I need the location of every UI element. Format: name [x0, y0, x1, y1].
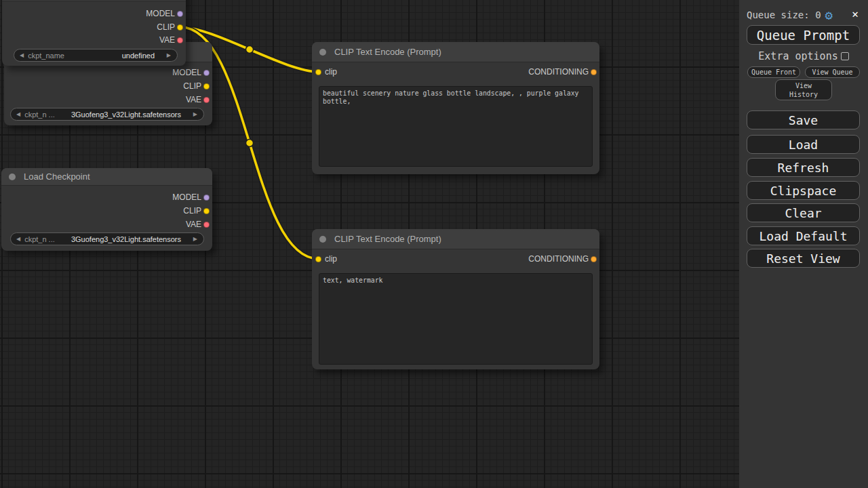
model-port-dot[interactable]	[177, 11, 183, 17]
port-label: VAE	[159, 35, 175, 45]
clip-text-encode-negative-node[interactable]: CLIP Text Encode (Prompt) clip CONDITION…	[312, 229, 599, 369]
combo-value: 3Guofeng3_v32Light.safetensors	[71, 235, 181, 243]
queue-prompt-button[interactable]: Queue Prompt	[747, 25, 860, 45]
combo-left-arrow-icon[interactable]: ◀	[20, 53, 24, 58]
output-port-vae: VAE	[186, 93, 212, 106]
port-label: MODEL	[172, 192, 201, 202]
node-title: Load Checkpoint	[24, 171, 90, 182]
model-port-dot[interactable]	[203, 70, 210, 76]
output-port-conditioning: CONDITIONING	[528, 252, 599, 266]
view-queue-button[interactable]: View Queue	[805, 66, 860, 78]
model-port-dot[interactable]	[203, 195, 210, 201]
clip-port-dot[interactable]	[177, 24, 183, 30]
reset-view-button[interactable]: Reset View	[747, 249, 860, 268]
link-midpoint-dot[interactable]	[246, 46, 254, 54]
ckpt-name-combo-widget[interactable]: ◀ ckpt_name undefined ▶	[14, 49, 178, 62]
clip-input-dot[interactable]	[315, 256, 321, 262]
combo-right-arrow-icon[interactable]: ▶	[193, 112, 197, 117]
node-title-bar[interactable]: CLIP Text Encode (Prompt)	[312, 42, 599, 62]
view-history-line2: History	[789, 90, 818, 99]
combo-left-arrow-icon[interactable]: ◀	[16, 237, 20, 242]
ckpt-name-combo-widget[interactable]: ◀ ckpt_n ... 3Guofeng3_v32Light.safetens…	[10, 108, 204, 121]
port-label: VAE	[186, 95, 201, 104]
clip-port-dot[interactable]	[203, 208, 210, 214]
port-label: CONDITIONING	[528, 254, 589, 264]
clipspace-button[interactable]: Clipspace	[747, 181, 860, 200]
settings-gear-icon[interactable]: ⚙	[825, 9, 833, 22]
queue-size-label: Queue size: 0	[747, 9, 821, 20]
output-port-conditioning: CONDITIONING	[528, 65, 599, 79]
port-label: clip	[325, 67, 337, 77]
vae-port-dot[interactable]	[203, 97, 210, 103]
combo-label: ckpt_name	[28, 52, 64, 60]
port-label: CONDITIONING	[528, 67, 589, 77]
port-label: MODEL	[146, 9, 175, 18]
refresh-button[interactable]: Refresh	[747, 158, 860, 177]
output-port-clip: CLIP	[157, 20, 186, 34]
extra-options-checkbox[interactable]	[841, 52, 849, 60]
output-port-model: MODEL	[146, 7, 186, 20]
queue-status-row: Queue size: 0 ⚙ ✕	[747, 7, 863, 22]
load-default-button[interactable]: Load Default	[747, 226, 860, 245]
ckpt-name-combo-widget[interactable]: ◀ ckpt_n ... 3Guofeng3_v32Light.safetens…	[10, 232, 204, 245]
output-port-vae: VAE	[186, 218, 212, 231]
vae-port-dot[interactable]	[203, 222, 210, 228]
clip-input-dot[interactable]	[315, 69, 321, 75]
load-checkpoint-node-top[interactable]: MODEL CLIP VAE ◀ ckpt_name undefined ▶	[2, 0, 186, 66]
combo-value: 3Guofeng3_v32Light.safetensors	[71, 110, 181, 119]
input-port-clip: clip	[312, 65, 337, 79]
clip-text-encode-positive-node[interactable]: CLIP Text Encode (Prompt) clip CONDITION…	[312, 42, 599, 174]
node-title: CLIP Text Encode (Prompt)	[334, 234, 441, 244]
combo-value: undefined	[122, 52, 155, 60]
close-icon[interactable]: ✕	[852, 7, 859, 20]
positive-prompt-textarea[interactable]: beautiful scenery nature glass bottle la…	[319, 86, 593, 167]
node-title-bar[interactable]	[2, 0, 186, 1]
comfyui-menu-panel: Queue size: 0 ⚙ ✕ Queue Prompt Extra opt…	[739, 0, 868, 488]
view-history-button[interactable]: View History	[775, 79, 832, 100]
combo-label: ckpt_n ...	[24, 235, 55, 243]
input-port-clip: clip	[312, 252, 337, 266]
port-label: CLIP	[183, 206, 201, 216]
conditioning-port-dot[interactable]	[591, 69, 597, 75]
extra-options-label: Extra options	[758, 50, 837, 62]
view-history-line1: View	[795, 81, 812, 90]
combo-label: ckpt_n ...	[24, 110, 55, 119]
combo-right-arrow-icon[interactable]: ▶	[193, 237, 197, 242]
combo-right-arrow-icon[interactable]: ▶	[167, 53, 171, 58]
port-label: CLIP	[157, 22, 175, 32]
vae-port-dot[interactable]	[177, 37, 183, 43]
clip-port-dot[interactable]	[203, 83, 210, 89]
combo-left-arrow-icon[interactable]: ◀	[16, 112, 20, 117]
output-port-clip: CLIP	[183, 79, 212, 93]
load-checkpoint-node[interactable]: Load Checkpoint MODEL CLIP VAE ◀ ckpt_n …	[1, 168, 212, 251]
link-midpoint-dot[interactable]	[246, 140, 254, 147]
collapse-dot-icon[interactable]	[9, 174, 16, 180]
conditioning-port-dot[interactable]	[591, 256, 597, 262]
port-label: clip	[325, 254, 337, 264]
save-button[interactable]: Save	[747, 110, 860, 129]
output-port-clip: CLIP	[183, 204, 212, 218]
collapse-dot-icon[interactable]	[319, 49, 326, 56]
port-label: VAE	[186, 220, 201, 229]
port-label: CLIP	[183, 81, 201, 91]
collapse-dot-icon[interactable]	[319, 236, 326, 243]
node-title-bar[interactable]: CLIP Text Encode (Prompt)	[312, 229, 599, 249]
output-port-model: MODEL	[172, 66, 212, 79]
negative-prompt-textarea[interactable]: text, watermark	[319, 273, 593, 365]
output-port-vae: VAE	[159, 33, 186, 47]
comfyui-canvas[interactable]: MODEL CLIP VAE ◀ ckpt_n ... 3Guofeng3_v3…	[0, 0, 868, 488]
load-button[interactable]: Load	[747, 135, 860, 154]
node-title-bar[interactable]: Load Checkpoint	[1, 168, 212, 186]
node-title: CLIP Text Encode (Prompt)	[334, 47, 441, 57]
output-port-model: MODEL	[172, 190, 212, 204]
queue-front-button[interactable]: Queue Front	[747, 66, 800, 78]
clear-button[interactable]: Clear	[747, 203, 860, 222]
port-label: MODEL	[172, 68, 201, 77]
extra-options-row: Extra options	[739, 51, 868, 62]
